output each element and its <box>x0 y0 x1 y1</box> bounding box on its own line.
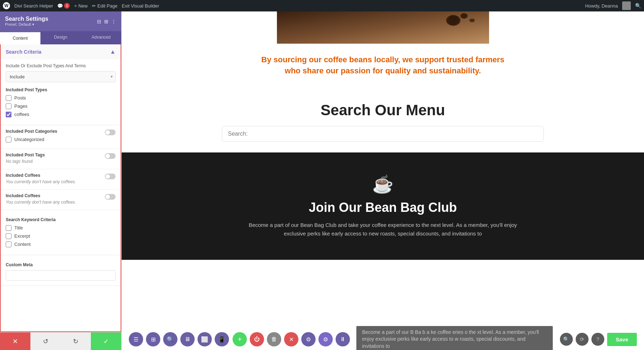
edit-page-label: Edit Page <box>97 3 117 9</box>
search-menu-title: Search Our Menu <box>129 102 637 119</box>
close-circle-button[interactable]: ✕ <box>284 332 298 346</box>
tab-advanced[interactable]: Advanced <box>81 31 121 44</box>
minimize-icon[interactable]: ⊟ <box>97 19 101 24</box>
content-checkbox[interactable] <box>6 242 11 247</box>
coffee-cup-icon: ☕ <box>372 174 394 194</box>
custom-meta-content: Custom Meta <box>1 255 121 286</box>
search-criteria-section: Search Criteria ▲ Include Or Exclude Pos… <box>1 44 121 125</box>
comments-menu[interactable]: 💬 0 <box>57 3 70 9</box>
included-post-categories-content: Included Post Categories Uncategorized <box>6 129 102 145</box>
title-checkbox[interactable] <box>6 225 11 231</box>
edit-icon: ✏ <box>92 3 96 9</box>
collapse-icon[interactable]: ▲ <box>110 49 116 55</box>
new-menu[interactable]: + New <box>74 3 88 9</box>
edit-page-menu[interactable]: ✏ Edit Page <box>92 3 117 9</box>
pause-button[interactable]: ⏸ <box>336 332 350 346</box>
search-bar <box>222 126 544 142</box>
main-layout: Search Settings Preset: Default ▾ ⊟ ⊞ ⋮ … <box>0 11 644 350</box>
included-coffees-2-title: Included Coffees <box>6 193 102 198</box>
trash-button[interactable]: 🗑 <box>267 332 281 346</box>
divi-search-helper-menu[interactable]: Divi Search Helper <box>14 3 53 9</box>
checkbox-posts: Posts <box>6 95 116 101</box>
add-element-button[interactable]: + <box>233 332 247 346</box>
checkbox-coffees: coffees <box>6 112 116 117</box>
search-criteria-content: Include Or Exclude Post Types And Terms … <box>1 59 121 125</box>
checkbox-excerpt: Excerpt <box>6 233 116 239</box>
plus-icon: + <box>74 3 77 9</box>
included-coffees-2-content: Included Coffees You currently don't hav… <box>6 193 102 206</box>
toolbar-search-right-icon[interactable]: 🔍 <box>560 333 573 346</box>
title-label: Title <box>14 225 23 230</box>
admin-search-icon[interactable]: 🔍 <box>635 3 641 9</box>
grid-icon[interactable]: ⊞ <box>104 19 108 24</box>
undo-button[interactable]: ↺ <box>30 332 61 350</box>
toolbar-tablet-icon[interactable]: ⬜ <box>197 332 212 346</box>
panel-tabs: Content Design Advanced <box>0 31 121 44</box>
right-content: By sourcing our coffee beans locally, we… <box>122 11 644 350</box>
toolbar-right: 🔍 ⟳ ? Save <box>560 333 637 346</box>
tab-content[interactable]: Content <box>0 31 40 44</box>
included-post-categories-row: Included Post Categories Uncategorized <box>1 125 121 149</box>
search-keyword-criteria-section: Search Keyword Criteria Title Excerpt Co… <box>1 210 121 255</box>
excerpt-checkbox[interactable] <box>6 233 11 239</box>
custom-meta-title: Custom Meta <box>6 262 116 267</box>
confirm-button[interactable]: ✓ <box>91 332 121 350</box>
posts-checkbox[interactable] <box>6 95 11 101</box>
search-input[interactable] <box>222 126 543 141</box>
redo-button[interactable]: ↻ <box>61 332 91 350</box>
avatar[interactable] <box>622 1 631 10</box>
coffees-2-toggle[interactable] <box>105 194 116 200</box>
tags-toggle[interactable] <box>105 153 116 159</box>
tab-design[interactable]: Design <box>40 31 81 44</box>
checkbox-title: Title <box>6 225 116 231</box>
confirm-icon: ✓ <box>103 337 109 345</box>
toolbar-grid-icon[interactable]: ⊞ <box>146 332 160 346</box>
pages-checkbox[interactable] <box>6 103 11 109</box>
quote-section: By sourcing our coffee beans locally, we… <box>122 44 644 87</box>
more-icon[interactable]: ⋮ <box>111 19 116 24</box>
panel-header-left: Search Settings Preset: Default ▾ <box>5 16 48 27</box>
power-button[interactable]: ⏻ <box>250 332 264 346</box>
hero-image-container <box>122 11 644 44</box>
close-icon: ✕ <box>13 337 18 345</box>
include-exclude-label: Include Or Exclude Post Types And Terms <box>6 63 116 69</box>
include-exclude-select[interactable]: Include Exclude <box>6 71 116 82</box>
panel-header: Search Settings Preset: Default ▾ ⊟ ⊞ ⋮ <box>0 11 121 31</box>
coffees-1-toggle[interactable] <box>105 174 116 179</box>
panel-header-icons: ⊟ ⊞ ⋮ <box>97 19 116 24</box>
included-coffees-1-content: Included Coffees You currently don't hav… <box>6 173 102 186</box>
custom-meta-input[interactable] <box>6 270 116 281</box>
admin-bar-right: Howdy, Deanna 🔍 <box>585 1 641 10</box>
toolbar-mobile-icon[interactable]: 📱 <box>215 332 229 346</box>
left-panel: Search Settings Preset: Default ▾ ⊟ ⊞ ⋮ … <box>0 11 122 350</box>
panel-preset[interactable]: Preset: Default ▾ <box>5 22 48 27</box>
uncategorized-checkbox[interactable] <box>6 137 11 142</box>
search-keyword-criteria-title: Search Keyword Criteria <box>6 217 116 222</box>
wp-logo-icon[interactable]: W <box>3 2 10 9</box>
custom-meta-section: Custom Meta <box>1 255 121 286</box>
no-tags-text: No tags found. <box>6 157 102 165</box>
settings-button[interactable]: ⚙ <box>301 332 316 346</box>
exit-builder-menu[interactable]: Exit Visual Builder <box>122 3 159 9</box>
toolbar-history-icon[interactable]: ⟳ <box>576 333 589 346</box>
coffees-checkbox[interactable] <box>6 112 11 117</box>
dark-section-title: Join Our Bean Bag Club <box>309 200 457 215</box>
toolbar-menu-icon[interactable]: ☰ <box>129 332 143 346</box>
toolbar-search-circle-icon[interactable]: 🔍 <box>163 332 177 346</box>
save-button[interactable]: Save <box>607 333 637 346</box>
exit-builder-label: Exit Visual Builder <box>122 3 159 9</box>
uncategorized-label: Uncategorized <box>14 137 44 142</box>
bottom-toolbar: ☰ ⊞ 🔍 🖥 ⬜ 📱 + ⏻ 🗑 ✕ ⚙ ⚙ ⏸ Become a part … <box>122 329 644 350</box>
close-button[interactable]: ✕ <box>0 332 30 350</box>
toolbar-help-icon[interactable]: ? <box>591 333 604 346</box>
included-coffees-2-row: Included Coffees You currently don't hav… <box>1 190 121 210</box>
panel-footer: ✕ ↺ ↻ ✓ <box>0 332 121 350</box>
toolbar-desktop-icon[interactable]: 🖥 <box>180 332 195 346</box>
search-criteria-header[interactable]: Search Criteria ▲ <box>1 44 121 59</box>
included-post-tags-content: Included Post Tags No tags found. <box>6 152 102 165</box>
checkbox-uncategorized: Uncategorized <box>6 137 102 142</box>
categories-toggle[interactable] <box>105 130 116 135</box>
filter-button[interactable]: ⚙ <box>318 332 333 346</box>
hero-image <box>277 11 489 44</box>
excerpt-label: Excerpt <box>14 233 30 239</box>
